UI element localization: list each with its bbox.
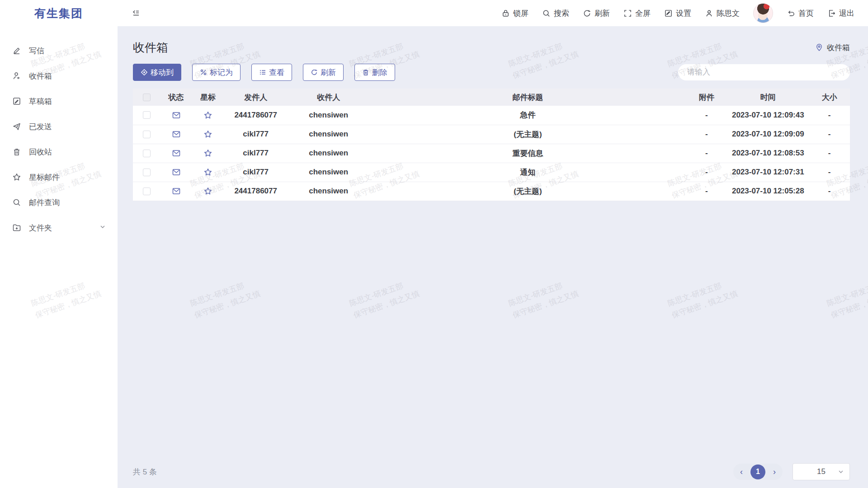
search-input[interactable]	[678, 64, 850, 80]
cell-time: 2023-07-10 12:07:31	[727, 163, 809, 182]
breadcrumb-label: 收件箱	[827, 42, 850, 53]
cell-sender: cikl777	[224, 144, 288, 163]
sidebar-item-trash[interactable]: 回收站	[0, 139, 118, 164]
logout-button[interactable]: 退出	[827, 8, 854, 19]
sidebar-item-compose[interactable]: 写信	[0, 38, 118, 63]
chevron-down-icon	[99, 223, 106, 232]
star-icon[interactable]	[203, 111, 212, 120]
trash-icon	[362, 69, 369, 76]
table-row[interactable]: cikl777 chensiwen (无主题) - 2023-07-10 12:…	[133, 125, 850, 144]
view-button[interactable]: 查看	[251, 64, 292, 81]
tag-icon	[200, 69, 207, 76]
user-arrow-icon	[12, 71, 22, 81]
star-icon[interactable]	[203, 187, 212, 196]
row-checkbox[interactable]	[143, 131, 151, 138]
toolbar-buttons: 移动到 标记为 查看 刷新	[133, 64, 395, 81]
refresh-list-button[interactable]: 刷新	[303, 64, 344, 81]
select-all-checkbox[interactable]	[143, 94, 151, 101]
breadcrumb[interactable]: 收件箱	[815, 42, 850, 53]
refresh-icon	[311, 69, 318, 76]
envelope-icon	[172, 187, 181, 196]
row-checkbox[interactable]	[143, 111, 151, 119]
cell-recipient: chensiwen	[288, 144, 369, 163]
page-size-select[interactable]: 15	[793, 463, 850, 480]
mail-table: 状态 星标 发件人 收件人 邮件标题 附件 时间 大小	[133, 89, 850, 201]
cell-recipient: chensiwen	[288, 182, 369, 201]
current-user[interactable]: 陈思文	[705, 8, 740, 19]
draft-icon	[12, 96, 22, 106]
column-header-size: 大小	[809, 89, 850, 106]
cell-recipient: chensiwen	[288, 106, 369, 125]
star-icon	[12, 172, 22, 182]
cell-size: -	[809, 182, 850, 201]
footer: 共 5 条 ‹ 1 › 15	[133, 455, 850, 488]
edit-square-icon	[664, 9, 673, 18]
fullscreen-button[interactable]: 全屏	[623, 8, 651, 19]
table-row[interactable]: 2441786077 chensiwen 急件 - 2023-07-10 12:…	[133, 106, 850, 125]
cell-subject: (无主题)	[369, 182, 686, 201]
row-checkbox[interactable]	[143, 169, 151, 176]
pencil-icon	[12, 46, 22, 56]
sidebar-item-starred[interactable]: 星标邮件	[0, 164, 118, 190]
sidebar-item-mail-search[interactable]: 邮件查询	[0, 190, 118, 215]
table-row[interactable]: 2441786077 chensiwen (无主题) - 2023-07-10 …	[133, 182, 850, 201]
send-icon	[12, 122, 22, 131]
table-row[interactable]: cikl777 chensiwen 通知 - 2023-07-10 12:07:…	[133, 163, 850, 182]
lock-icon	[501, 9, 510, 18]
table-header-row: 状态 星标 发件人 收件人 邮件标题 附件 时间 大小	[133, 89, 850, 106]
cell-subject: 通知	[369, 163, 686, 182]
prev-page-button[interactable]: ‹	[737, 468, 746, 476]
app-window: 有生集团 写信 收件箱 草稿箱	[0, 0, 868, 488]
cell-time: 2023-07-10 12:05:28	[727, 182, 809, 201]
topbar-actions: 锁屏 搜索 刷新 全屏 设置	[501, 3, 854, 23]
move-to-button[interactable]: 移动到	[133, 64, 181, 81]
cell-size: -	[809, 106, 850, 125]
cell-attachment: -	[686, 144, 727, 163]
search-button[interactable]: 搜索	[542, 8, 569, 19]
delete-button[interactable]: 删除	[354, 64, 395, 81]
sidebar: 有生集团 写信 收件箱 草稿箱	[0, 0, 118, 488]
sidebar-item-drafts[interactable]: 草稿箱	[0, 89, 118, 114]
topbar: 锁屏 搜索 刷新 全屏 设置	[118, 0, 868, 26]
pagination: ‹ 1 › 15	[733, 463, 850, 480]
page-header: 收件箱 收件箱	[133, 37, 850, 58]
sidebar-item-sent[interactable]: 已发送	[0, 114, 118, 139]
lock-screen-button[interactable]: 锁屏	[501, 8, 528, 19]
content-area: 收件箱 收件箱 移动到 标记为	[118, 26, 868, 488]
sidebar-item-label: 已发送	[29, 122, 52, 132]
sidebar-item-label: 文件夹	[29, 223, 52, 233]
column-header-subject: 邮件标题	[369, 89, 686, 106]
star-icon[interactable]	[203, 149, 212, 158]
cell-attachment: -	[686, 182, 727, 201]
star-icon[interactable]	[203, 130, 212, 139]
avatar[interactable]	[753, 3, 773, 23]
refresh-icon	[583, 9, 591, 18]
search-icon	[542, 9, 551, 18]
row-checkbox[interactable]	[143, 150, 151, 157]
cell-time: 2023-07-10 12:08:53	[727, 144, 809, 163]
trash-icon	[12, 147, 22, 157]
table-row[interactable]: cikl777 chensiwen 重要信息 - 2023-07-10 12:0…	[133, 144, 850, 163]
home-button[interactable]: 首页	[787, 8, 814, 19]
cell-sender: cikl777	[224, 125, 288, 144]
page-number[interactable]: 1	[750, 465, 765, 479]
row-checkbox[interactable]	[143, 188, 151, 195]
cell-subject: 重要信息	[369, 144, 686, 163]
settings-button[interactable]: 设置	[664, 8, 691, 19]
sidebar-item-folders[interactable]: 文件夹	[0, 215, 118, 240]
cell-subject: (无主题)	[369, 125, 686, 144]
toolbar: 移动到 标记为 查看 刷新	[133, 63, 850, 81]
sidebar-item-inbox[interactable]: 收件箱	[0, 63, 118, 89]
envelope-icon	[172, 168, 181, 177]
logout-icon	[827, 9, 836, 18]
star-icon[interactable]	[203, 168, 212, 177]
sidebar-item-label: 星标邮件	[29, 172, 60, 183]
menu-fold-icon[interactable]	[131, 8, 141, 18]
mark-as-button[interactable]: 标记为	[192, 64, 241, 81]
app-logo: 有生集团	[0, 0, 118, 26]
refresh-button[interactable]: 刷新	[583, 8, 610, 19]
cell-sender: cikl777	[224, 163, 288, 182]
next-page-button[interactable]: ›	[770, 468, 779, 476]
main-column: 锁屏 搜索 刷新 全屏 设置	[118, 0, 868, 488]
cell-size: -	[809, 163, 850, 182]
